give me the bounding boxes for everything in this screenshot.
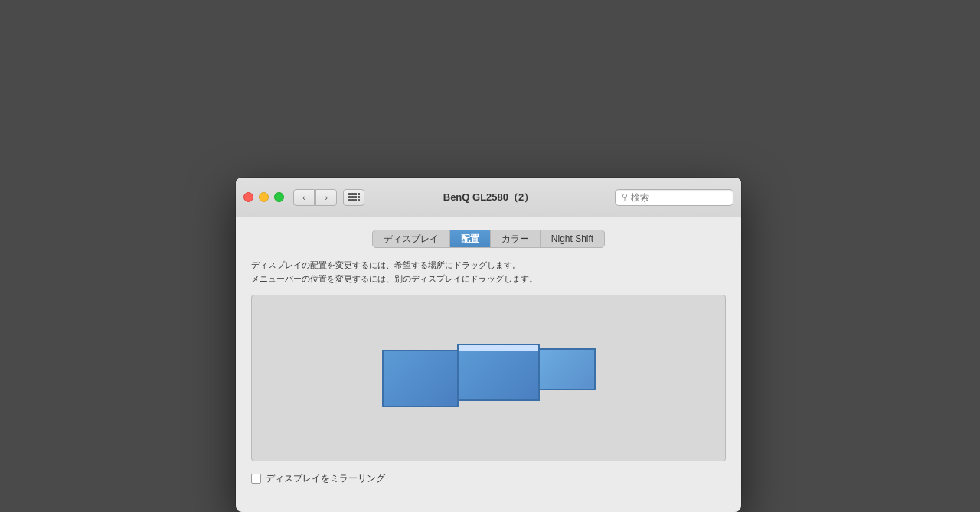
- minimize-button[interactable]: [259, 192, 269, 202]
- grid-view-button[interactable]: [343, 189, 364, 206]
- back-button[interactable]: ‹: [293, 189, 315, 206]
- display-block-third[interactable]: [538, 348, 596, 390]
- menubar-indicator: [459, 345, 538, 351]
- main-content: ディスプレイ 配置 カラー Night Shift ディスプレイの配置を変更する…: [236, 217, 741, 501]
- close-button[interactable]: [243, 192, 253, 202]
- displays-container: [382, 350, 596, 407]
- forward-button[interactable]: ›: [315, 189, 337, 206]
- tab-group: ディスプレイ 配置 カラー Night Shift: [372, 230, 605, 248]
- search-box[interactable]: ⚲: [615, 189, 733, 206]
- search-input[interactable]: [631, 192, 727, 203]
- display-arrangement-area[interactable]: [251, 295, 726, 461]
- tab-display[interactable]: ディスプレイ: [373, 230, 450, 247]
- mirror-checkbox[interactable]: [251, 474, 261, 484]
- tab-arrangement[interactable]: 配置: [450, 230, 491, 247]
- description-text: ディスプレイの配置を変更するには、希望する場所にドラッグします。 メニューバーの…: [251, 259, 726, 285]
- mirror-label: ディスプレイをミラーリング: [266, 472, 385, 485]
- tab-bar: ディスプレイ 配置 カラー Night Shift: [251, 230, 726, 248]
- nav-buttons: ‹ ›: [293, 189, 337, 206]
- tab-night-shift[interactable]: Night Shift: [541, 230, 604, 247]
- display-block-secondary[interactable]: [457, 344, 540, 401]
- maximize-button[interactable]: [274, 192, 284, 202]
- display-block-main[interactable]: [382, 350, 459, 407]
- mirror-checkbox-area: ディスプレイをミラーリング: [251, 472, 726, 485]
- window-title: BenQ GL2580（2）: [443, 191, 534, 204]
- search-icon: ⚲: [622, 192, 628, 202]
- titlebar: ‹ › BenQ GL2580（2） ⚲: [236, 178, 741, 217]
- system-preferences-window: ‹ › BenQ GL2580（2） ⚲ ディスプレイ 配置: [236, 178, 741, 512]
- traffic-lights: [243, 192, 284, 202]
- tab-color[interactable]: カラー: [491, 230, 541, 247]
